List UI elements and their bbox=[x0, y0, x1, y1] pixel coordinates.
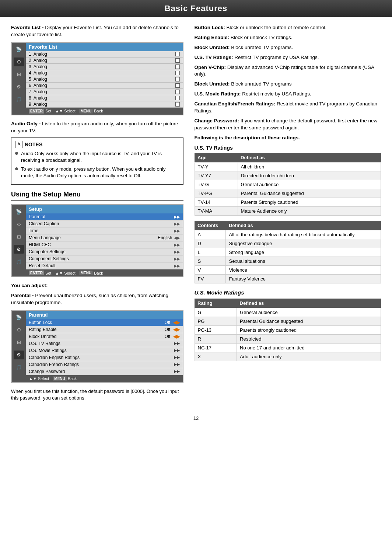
table-row: LStrong language bbox=[195, 248, 381, 257]
setup-item-time: Time▶▶ bbox=[26, 227, 183, 234]
parental-sidebar-icon-1: 📡 bbox=[14, 313, 24, 322]
enter-button-label: ENTER bbox=[29, 109, 44, 114]
us-movie-ratings-table: Rating Defined as GGeneral audiencePGPar… bbox=[195, 299, 381, 361]
parental-item-canadian-french: Canadian French Ratings▶▶ bbox=[26, 361, 183, 368]
following-desc: Following is the description of these ra… bbox=[195, 135, 381, 142]
fav-checkbox-6 bbox=[175, 83, 180, 88]
fav-checkbox-8 bbox=[175, 96, 180, 100]
table-row: PG-13Parents strongly cautioned bbox=[195, 326, 381, 335]
page-title: Basic Features bbox=[165, 4, 228, 13]
fav-row-3: 3 Analog bbox=[26, 64, 183, 70]
setup-menu-btn-label: MENU bbox=[79, 271, 93, 275]
parental-ui: 📡 ⊙ ⊞ ⚙ 🎵 Parental Button Lock Off ◀▶ Ra… bbox=[11, 310, 183, 383]
parental-sidebar: 📡 ⊙ ⊞ ⚙ 🎵 bbox=[12, 311, 26, 382]
password-note: When you first use this function, the de… bbox=[11, 388, 183, 401]
setup-menu: Setup Parental▶▶ Closed Caption▶▶ Time▶▶… bbox=[26, 205, 183, 276]
button-lock-para: Button Lock: Block or unblock the button… bbox=[195, 24, 381, 31]
table-row: XAdult audience only bbox=[195, 352, 381, 361]
setup-menu-header: Setup bbox=[26, 205, 183, 213]
notes-icon: ✎ bbox=[15, 141, 22, 148]
table-row: GGeneral audience bbox=[195, 308, 381, 317]
table-row: SSexual situations bbox=[195, 257, 381, 266]
table-row: FVFantasy Violence bbox=[195, 275, 381, 283]
setup-item-component-settings: Component Settings▶▶ bbox=[26, 255, 183, 262]
parental-sidebar-icon-gear: ⚙ bbox=[14, 351, 24, 359]
canadian-ratings-para: Canadian English/French Ratings: Restric… bbox=[195, 101, 381, 115]
fav-row-5: 5 Analog bbox=[26, 76, 183, 83]
us-movie-ratings-heading: U.S. Movie Ratings bbox=[195, 289, 381, 296]
setup-enter-label: ENTER bbox=[29, 271, 44, 275]
setup-sidebar-icon-3: ⊞ bbox=[14, 232, 24, 241]
updown-icon: ▲▼ bbox=[55, 109, 63, 113]
setup-sidebar-icon-1: 📡 bbox=[14, 207, 24, 216]
parental-item-button-lock: Button Lock Off ◀▶ bbox=[26, 319, 183, 326]
parental-menu: Parental Button Lock Off ◀▶ Rating Enabl… bbox=[26, 311, 183, 382]
open-vchip-para: Open V-Chip: Display an advanced V-Chip … bbox=[195, 64, 381, 78]
table-row: TV-MAMature Audience only bbox=[195, 207, 381, 216]
parental-menu-footer: ▲▼ Select MENU Back bbox=[26, 375, 183, 382]
us-tv-ratings-heading: U.S. TV Ratings bbox=[195, 144, 381, 152]
us-tv-table-header-defined: Defined as bbox=[238, 153, 381, 163]
parental-item-rating-enable: Rating Enable Off ◀▶ bbox=[26, 326, 183, 333]
us-movie-table-header-rating: Rating bbox=[195, 299, 237, 308]
setup-item-parental: Parental▶▶ bbox=[26, 213, 183, 220]
favorite-list-intro: Favorite List - Display your Favorite Li… bbox=[11, 24, 183, 38]
favorite-list-footer: ENTER Set ▲▼ Select MENU Back bbox=[26, 108, 183, 115]
setup-sidebar-icon-2: ⊙ bbox=[14, 220, 24, 229]
parental-item-us-movie-ratings: U.S. Movie Ratings▶▶ bbox=[26, 347, 183, 354]
tv-sidebar: 📡 ⊙ ⊞ ⚙ 🎵 bbox=[12, 43, 26, 115]
fav-checkbox-1 bbox=[175, 52, 180, 56]
select-label: Select bbox=[64, 109, 76, 113]
setup-item-reset-default: Reset Default▶▶ bbox=[26, 262, 183, 269]
parental-select-label: Select bbox=[38, 376, 49, 381]
fav-row-7: 7 Analog bbox=[26, 89, 183, 95]
parental-intro: Parental - Prevent unauthorized users, s… bbox=[11, 292, 183, 306]
fav-row-9: 9 Analog bbox=[26, 101, 183, 108]
change-password-para: Change Password: If you want to change t… bbox=[195, 118, 381, 132]
table-row: PGParental Guidance suggested bbox=[195, 317, 381, 326]
table-row: VViolence bbox=[195, 266, 381, 275]
block-unrated2-para: Block Unrated: Block unrated TV programs bbox=[195, 81, 381, 88]
setup-sidebar-icon-gear: ⚙ bbox=[14, 245, 24, 254]
fav-checkbox-2 bbox=[175, 58, 180, 63]
page-header: Basic Features bbox=[0, 0, 392, 17]
us-movie-table-header-defined: Defined as bbox=[237, 299, 381, 308]
sidebar-icon-gear: ⚙ bbox=[14, 83, 24, 91]
setup-sidebar-icon-5: 🎵 bbox=[14, 257, 24, 266]
contents-table: Contents Defined as AAll of the ratings … bbox=[195, 221, 381, 283]
setup-item-menu-language: Menu LanguageEnglish◀▶ bbox=[26, 234, 183, 241]
back-label: Back bbox=[94, 109, 103, 113]
favorite-list-ui: 📡 ⊙ ⊞ ⚙ 🎵 Favorite List 1 Analog 2 Analo… bbox=[11, 42, 183, 115]
audio-only-intro: Audio Only - Listen to the program audio… bbox=[11, 121, 183, 135]
table-row: RRestricted bbox=[195, 335, 381, 344]
note-item-2: To exit audio only mode, press any butto… bbox=[15, 166, 179, 179]
sidebar-icon-circle: ⊙ bbox=[14, 58, 24, 66]
setup-select-label: Select bbox=[64, 271, 76, 275]
notes-box: ✎ NOTES Audio Only works only when the i… bbox=[11, 137, 183, 185]
left-column: Favorite List - Display your Favorite Li… bbox=[11, 24, 183, 404]
table-row: TV-YAll children bbox=[195, 163, 381, 171]
rating-enable-para: Rating Enable: Block or unblock TV ratin… bbox=[195, 34, 381, 41]
sidebar-icon-tv: 🎵 bbox=[14, 95, 24, 104]
fav-checkbox-9 bbox=[175, 102, 180, 107]
bullet-2 bbox=[15, 167, 18, 170]
setup-sidebar: 📡 ⊙ ⊞ ⚙ 🎵 bbox=[12, 205, 26, 276]
block-unrated-para: Block Unrated: Block unrated TV programs… bbox=[195, 44, 381, 51]
parental-sidebar-icon-3: ⊞ bbox=[14, 338, 24, 347]
table-row: TV-Y7Directed to older children bbox=[195, 171, 381, 180]
you-can-adjust: You can adjust: bbox=[11, 282, 183, 289]
parental-back-label: Back bbox=[68, 376, 77, 381]
us-movie-ratings-para: U.S. Movie Ratings: Restrict movie by US… bbox=[195, 91, 381, 98]
us-tv-table-header-age: Age bbox=[195, 153, 238, 163]
parental-sidebar-icon-2: ⊙ bbox=[14, 325, 24, 334]
parental-item-us-tv-ratings: U.S. TV Ratings▶▶ bbox=[26, 340, 183, 347]
fav-checkbox-4 bbox=[175, 71, 180, 75]
setup-ui: 📡 ⊙ ⊞ ⚙ 🎵 Setup Parental▶▶ Closed Captio… bbox=[11, 204, 183, 277]
parental-sidebar-icon-5: 🎵 bbox=[14, 363, 24, 372]
notes-header: ✎ NOTES bbox=[15, 141, 179, 148]
fav-row-8: 8 Analog bbox=[26, 95, 183, 101]
setup-item-computer-settings: Computer Settings▶▶ bbox=[26, 248, 183, 255]
parental-updown-icon: ▲▼ bbox=[29, 376, 37, 381]
favorite-list-menu-header: Favorite List bbox=[26, 43, 183, 51]
setup-item-closed-caption: Closed Caption▶▶ bbox=[26, 220, 183, 227]
